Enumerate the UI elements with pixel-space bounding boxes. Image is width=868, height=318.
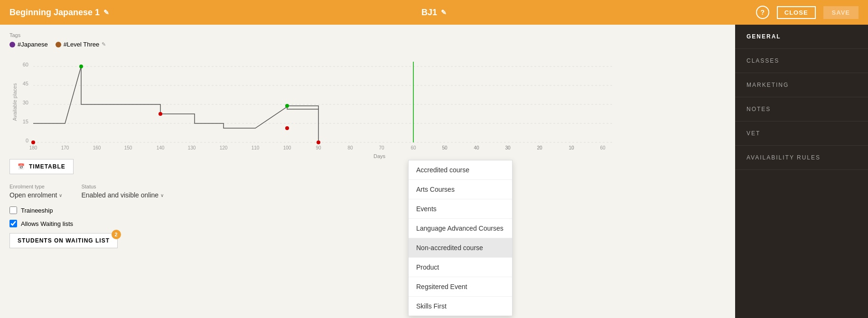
tag-dot-japanese [9,42,15,47]
sidebar-item-notes[interactable]: NOTES [735,97,868,122]
svg-text:150: 150 [124,145,132,150]
svg-text:120: 120 [220,145,228,150]
title-edit-icon[interactable]: ✎ [103,9,109,16]
tags-label: Tags [9,32,726,38]
students-waiting-list-button[interactable]: STUDENTS ON WAITING LIST 2 [9,233,118,248]
svg-text:15: 15 [23,119,28,124]
chart-x-label: Days [33,153,726,159]
tag-japanese: #Japanese [9,41,48,48]
svg-text:130: 130 [188,145,196,150]
dropdown-item-product[interactable]: Product [409,258,512,277]
svg-text:20: 20 [537,145,542,150]
svg-text:80: 80 [347,145,353,150]
status-label: Status [81,184,164,189]
calendar-icon: 📅 [18,163,25,170]
close-button[interactable]: CLOSE [777,6,816,19]
timetable-label: TIMETABLE [29,163,65,170]
svg-text:110: 110 [252,145,260,150]
svg-point-33 [79,65,83,68]
dropdown-item-language-advanced[interactable]: Language Advanced Courses [409,219,512,238]
svg-text:40: 40 [474,145,479,150]
waiting-list-row: Allows Waiting lists [9,220,726,227]
svg-text:45: 45 [23,81,28,86]
tags-row: #Japanese #Level Three ✎ [9,41,726,48]
waiting-list-badge: 2 [112,230,121,239]
status-field: Status Enabled and visible online ∨ [81,184,164,199]
content-area: Tags #Japanese #Level Three ✎ 0 15 30 45… [0,25,735,318]
dropdown-item-skills-first[interactable]: Skills First [409,297,512,316]
enrolment-type-label: Enrolment type [9,184,62,189]
timetable-button[interactable]: 📅 TIMETABLE [9,159,74,174]
svg-text:160: 160 [93,145,101,150]
waiting-list-label: Allows Waiting lists [21,220,73,227]
svg-text:140: 140 [157,145,165,150]
svg-text:30: 30 [505,145,511,150]
dropdown-item-events[interactable]: Events [409,199,512,219]
traineeship-label: Traineeship [21,207,53,214]
status-dropdown-arrow: ∨ [160,193,164,198]
availability-chart: 0 15 30 45 60 Available places 180 170 1… [33,55,612,150]
header: Beginning Japanese 1 ✎ BJ1 ✎ ? CLOSE SAV… [0,0,868,25]
form-row-enrolment: Enrolment type Open enrolment ∨ Status E… [9,184,726,199]
dropdown-item-arts[interactable]: Arts Courses [409,180,512,199]
traineeship-checkbox[interactable] [9,206,17,214]
course-type-dropdown: Accredited course Arts Courses Events La… [408,160,513,316]
course-title: Beginning Japanese 1 ✎ [9,8,109,18]
svg-text:90: 90 [316,145,321,150]
svg-point-29 [31,140,35,144]
enrolment-type-field: Enrolment type Open enrolment ∨ [9,184,62,199]
svg-text:70: 70 [379,145,384,150]
svg-text:0: 0 [26,138,28,143]
dropdown-item-registered-event[interactable]: Regsitered Event [409,277,512,297]
code-edit-icon[interactable]: ✎ [441,9,447,16]
svg-point-31 [159,112,162,116]
svg-text:180: 180 [29,145,37,150]
status-value[interactable]: Enabled and visible online ∨ [81,191,164,199]
svg-text:60: 60 [600,145,606,150]
svg-text:10: 10 [569,145,574,150]
sidebar-item-general[interactable]: GENERAL [735,25,868,49]
enrolment-dropdown-arrow: ∨ [59,193,62,198]
svg-text:100: 100 [283,145,291,150]
dropdown-item-non-accredited[interactable]: Non-accredited course [409,238,512,258]
svg-point-30 [317,140,320,144]
sidebar-item-vet[interactable]: VET [735,122,868,146]
svg-text:Available places: Available places [12,83,18,121]
tag-level-three: #Level Three ✎ [56,41,106,48]
help-button[interactable]: ? [756,6,769,19]
tag-dot-level-three [56,42,61,47]
svg-text:60: 60 [411,145,416,150]
traineeship-row: Traineeship [9,206,726,214]
tags-edit-icon[interactable]: ✎ [102,41,106,47]
svg-point-32 [285,126,289,130]
sidebar-item-classes[interactable]: CLASSES [735,49,868,73]
sidebar-item-marketing[interactable]: MARKETING [735,73,868,97]
chart-wrapper: 0 15 30 45 60 Available places 180 170 1… [33,55,726,159]
header-actions: ? CLOSE SAVE [756,6,859,19]
course-code: BJ1 ✎ [421,8,447,18]
svg-text:60: 60 [23,62,28,67]
waiting-list-checkbox[interactable] [9,220,17,227]
right-sidebar: GENERAL CLASSES MARKETING NOTES VET AVAI… [735,25,868,318]
svg-text:50: 50 [442,145,448,150]
main-layout: Tags #Japanese #Level Three ✎ 0 15 30 45… [0,25,868,318]
tag-level-three-label: #Level Three [64,41,100,48]
svg-text:170: 170 [61,145,69,150]
enrolment-type-value[interactable]: Open enrolment ∨ [9,191,62,199]
sidebar-item-availability[interactable]: AVAILABILITY RULES [735,146,868,170]
svg-point-34 [285,104,289,108]
svg-text:30: 30 [23,100,28,105]
title-text: Beginning Japanese 1 [9,8,100,18]
code-text: BJ1 [421,8,437,18]
waiting-list-button-label: STUDENTS ON WAITING LIST [18,237,110,244]
save-button[interactable]: SAVE [823,6,859,19]
dropdown-item-accredited[interactable]: Accredited course [409,160,512,180]
tag-japanese-label: #Japanese [18,41,48,48]
